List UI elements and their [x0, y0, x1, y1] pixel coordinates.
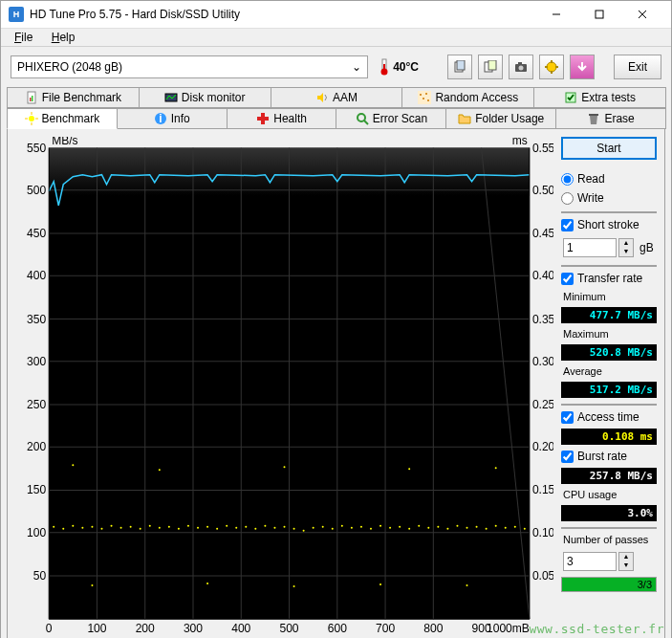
svg-rect-23 [418, 91, 431, 104]
svg-point-25 [425, 93, 427, 95]
svg-text:500: 500 [279, 622, 298, 635]
menu-help[interactable]: Help [44, 29, 83, 46]
tab-health[interactable]: Health [227, 108, 337, 129]
tab-error-scan[interactable]: Error Scan [336, 108, 446, 129]
tab-aam[interactable]: AAM [271, 87, 403, 108]
main-panel: 550500450 400350300 250200150 10050 MB/s… [7, 129, 665, 638]
start-button[interactable]: Start [561, 137, 657, 160]
short-stroke-input[interactable] [563, 238, 617, 257]
svg-point-116 [495, 467, 497, 469]
svg-text:0.25: 0.25 [532, 398, 553, 411]
svg-point-93 [351, 527, 353, 529]
side-panel: Start Read Write Short stroke ▲▼ gB Tran… [561, 137, 657, 638]
svg-rect-15 [551, 60, 553, 63]
close-button[interactable] [620, 1, 663, 28]
passes-input[interactable] [563, 552, 617, 571]
tab-info[interactable]: iInfo [117, 108, 228, 129]
svg-text:0.45: 0.45 [532, 227, 553, 240]
svg-text:150: 150 [27, 483, 46, 496]
passes-spinner[interactable]: ▲▼ [618, 552, 634, 571]
svg-text:350: 350 [27, 313, 46, 326]
menu-file[interactable]: File [7, 29, 40, 46]
tab-extra-tests[interactable]: Extra tests [533, 87, 666, 108]
svg-point-98 [399, 526, 401, 528]
svg-point-107 [486, 528, 488, 530]
burst-rate-check[interactable] [561, 451, 574, 463]
progress-bar: 3/3 [561, 577, 657, 592]
settings-button[interactable] [539, 55, 564, 79]
exit-button[interactable]: Exit [614, 55, 661, 79]
svg-point-121 [466, 584, 468, 586]
tab-row-2: Benchmark iInfo Health Error Scan Folder… [7, 108, 665, 129]
read-radio[interactable] [561, 173, 574, 186]
svg-point-106 [476, 526, 478, 528]
drive-select[interactable]: PHIXERO (2048 gB) ⌄ [11, 55, 368, 78]
tab-disk-monitor[interactable]: Disk monitor [139, 87, 271, 108]
content: PHIXERO (2048 gB) ⌄ 40°C Exit File Bench… [1, 47, 671, 638]
toolbar: PHIXERO (2048 gB) ⌄ 40°C Exit [7, 53, 665, 87]
screenshot-button[interactable] [509, 55, 533, 79]
short-stroke-check[interactable] [561, 219, 574, 231]
benchmark-chart: 550500450 400350300 250200150 10050 MB/s… [15, 137, 553, 638]
tab-row-1: File Benchmark Disk monitor AAM Random A… [7, 87, 665, 108]
save-button[interactable] [570, 55, 595, 79]
svg-point-102 [437, 526, 439, 528]
svg-point-76 [187, 525, 189, 527]
svg-point-91 [332, 528, 334, 530]
svg-text:0.20: 0.20 [532, 440, 553, 453]
svg-point-114 [283, 466, 285, 468]
svg-text:600: 600 [328, 622, 347, 635]
minimize-button[interactable] [534, 1, 577, 28]
svg-point-85 [273, 527, 275, 529]
access-time-check[interactable] [561, 411, 574, 424]
write-radio[interactable] [561, 192, 574, 205]
svg-text:0.15: 0.15 [532, 483, 553, 496]
svg-point-69 [120, 527, 122, 529]
svg-text:450: 450 [27, 227, 46, 240]
average-value: 517.2 MB/s [561, 382, 657, 398]
svg-point-117 [91, 584, 93, 586]
maximize-button[interactable] [577, 1, 620, 28]
tab-random-access[interactable]: Random Access [401, 87, 534, 108]
svg-point-78 [206, 526, 208, 528]
svg-text:50: 50 [33, 569, 47, 583]
svg-point-119 [293, 585, 295, 587]
svg-rect-21 [32, 96, 33, 101]
app-window: H HD Tune Pro 5.75 - Hard Disk/SSD Utili… [0, 0, 672, 638]
copy-screenshot-button[interactable] [478, 55, 503, 79]
maximum-value: 520.8 MB/s [561, 344, 657, 361]
svg-point-62 [53, 526, 54, 528]
tab-erase[interactable]: Erase [555, 108, 666, 129]
window-title: HD Tune Pro 5.75 - Hard Disk/SSD Utility [30, 8, 534, 21]
svg-rect-13 [518, 62, 522, 65]
svg-text:300: 300 [27, 355, 46, 368]
svg-point-86 [283, 526, 285, 528]
svg-text:400: 400 [231, 622, 250, 635]
svg-point-29 [29, 116, 34, 121]
minimum-value: 477.7 MB/s [561, 307, 657, 323]
svg-point-115 [408, 468, 410, 470]
svg-point-108 [495, 525, 497, 527]
tab-folder-usage[interactable]: Folder Usage [445, 108, 556, 129]
short-stroke-spinner[interactable]: ▲▼ [618, 238, 634, 257]
svg-point-120 [379, 583, 381, 585]
svg-text:200: 200 [27, 440, 46, 453]
tab-file-benchmark[interactable]: File Benchmark [7, 87, 140, 108]
svg-point-81 [235, 527, 237, 529]
copy-info-button[interactable] [447, 55, 472, 79]
svg-point-87 [293, 528, 295, 530]
svg-point-92 [341, 525, 343, 527]
svg-point-113 [159, 469, 161, 471]
svg-point-24 [420, 94, 422, 96]
svg-rect-20 [30, 98, 32, 101]
svg-text:0.10: 0.10 [532, 526, 553, 539]
svg-rect-16 [551, 71, 553, 74]
svg-text:0.30: 0.30 [532, 355, 553, 368]
svg-text:550: 550 [27, 142, 46, 155]
tab-benchmark[interactable]: Benchmark [7, 108, 118, 129]
svg-point-82 [245, 526, 247, 528]
svg-rect-37 [257, 117, 269, 121]
svg-line-39 [364, 121, 368, 124]
svg-rect-6 [383, 64, 385, 71]
transfer-rate-check[interactable] [561, 273, 574, 285]
